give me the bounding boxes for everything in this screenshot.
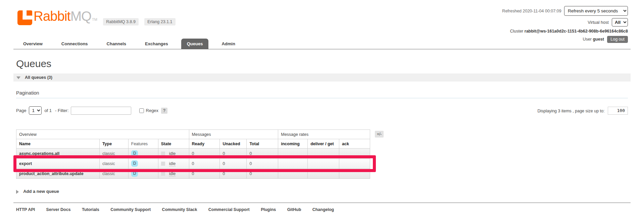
page-label: Page — [16, 108, 26, 113]
footer-link-community-support[interactable]: Community Support — [110, 207, 151, 212]
cluster-label: Cluster — [510, 29, 524, 34]
col-header-type[interactable]: Type — [99, 139, 128, 149]
group-header-overview: Overview — [16, 130, 189, 139]
col-header-ready[interactable]: Ready — [189, 139, 220, 149]
pagination-heading: Pagination — [16, 90, 628, 98]
queue-ready-count: 0 — [189, 159, 220, 169]
footer-link-plugins[interactable]: Plugins — [261, 207, 276, 212]
footer-link-community-slack[interactable]: Community Slack — [162, 207, 197, 212]
durable-badge: D — [131, 150, 138, 157]
tab-queues[interactable]: Queues — [181, 39, 209, 49]
queue-rate-incoming — [278, 149, 308, 159]
footer-link-changelog[interactable]: Changelog — [312, 207, 334, 212]
filter-input[interactable] — [71, 107, 131, 115]
queues-table: Overview Messages Message rates Name Typ… — [16, 129, 370, 179]
queue-state: idle — [158, 169, 189, 179]
state-indicator-icon — [161, 152, 165, 156]
state-indicator-icon — [161, 162, 165, 166]
col-header-incoming[interactable]: incoming — [278, 139, 308, 149]
tab-overview[interactable]: Overview — [17, 39, 48, 49]
refresh-interval-select[interactable]: Refresh every 5 seconds — [564, 6, 628, 16]
queue-type: classic — [99, 169, 128, 179]
queue-ready-count: 0 — [189, 149, 220, 159]
queue-rate-deliver-get — [308, 149, 339, 159]
table-row-async-operations-all[interactable]: async.operations.all classic D idle 0 0 … — [16, 149, 370, 159]
queue-state: idle — [158, 149, 189, 159]
queue-ready-count: 0 — [189, 169, 220, 179]
page-size-input[interactable] — [608, 107, 628, 115]
queue-rate-ack — [339, 169, 370, 179]
durable-badge: D — [131, 170, 138, 177]
page-number-select[interactable]: 1 — [29, 106, 42, 115]
col-header-total[interactable]: Total — [247, 139, 278, 149]
footer-link-http-api[interactable]: HTTP API — [16, 207, 35, 212]
chevron-down-icon — [16, 76, 20, 79]
rabbitmq-version-badge: RabbitMQ 3.8.9 — [103, 18, 139, 25]
queue-features: D — [128, 159, 158, 169]
queue-unacked-count: 0 — [220, 149, 247, 159]
col-header-deliver-get[interactable]: deliver / get — [308, 139, 339, 149]
queue-features: D — [128, 149, 158, 159]
all-queues-section-label: All queues (3) — [25, 75, 52, 80]
col-header-state[interactable]: State — [158, 139, 189, 149]
regex-checkbox[interactable] — [139, 108, 144, 113]
queue-name-link[interactable]: export — [16, 159, 100, 169]
queue-rate-deliver-get — [308, 169, 339, 179]
footer-link-tutorials[interactable]: Tutorials — [82, 207, 99, 212]
group-header-message-rates: Message rates — [278, 130, 370, 139]
page-title: Queues — [16, 58, 628, 69]
displaying-items-label: Displaying 3 items , page size up to: — [537, 108, 604, 113]
queue-unacked-count: 0 — [220, 169, 247, 179]
erlang-version-badge: Erlang 23.1.1 — [144, 18, 175, 25]
table-row-export[interactable]: export classic D idle 0 0 0 — [16, 159, 370, 169]
queue-rate-ack — [339, 159, 370, 169]
filter-label: - Filter: — [55, 108, 68, 113]
virtual-host-label: Virtual host — [588, 20, 608, 25]
brand-wordmark: RabbitMQTM — [34, 9, 97, 26]
virtual-host-select[interactable]: All — [612, 18, 628, 26]
top-bar: RabbitMQTM RabbitMQ 3.8.9 Erlang 23.1.1 … — [0, 0, 644, 38]
refreshed-timestamp: Refreshed 2020-11-04 00:07:09 — [502, 9, 561, 13]
queue-rate-incoming — [278, 169, 308, 179]
user-label: User — [583, 37, 592, 42]
add-queue-toggle[interactable]: Add a new queue — [16, 189, 628, 194]
tab-admin[interactable]: Admin — [216, 39, 241, 49]
cluster-name: rabbit@ws-161a0d2c-1151-4b62-908b-6e9616… — [525, 29, 628, 34]
table-row-product-action-attribute-update[interactable]: product_action_attribute.update classic … — [16, 169, 370, 179]
add-queue-label: Add a new queue — [23, 189, 59, 194]
footer-link-commercial-support[interactable]: Commercial Support — [208, 207, 250, 212]
footer: HTTP API Server Docs Tutorials Community… — [13, 203, 631, 212]
chevron-right-icon — [16, 190, 19, 194]
queue-type: classic — [99, 149, 128, 159]
rabbitmq-logo-icon — [17, 10, 32, 26]
queues-table-container: Overview Messages Message rates Name Typ… — [16, 129, 370, 179]
queue-name-link[interactable]: product_action_attribute.update — [16, 169, 100, 179]
queue-type: classic — [99, 159, 128, 169]
queue-rate-ack — [339, 149, 370, 159]
durable-badge: D — [131, 160, 138, 167]
queue-rate-deliver-get — [308, 159, 339, 169]
col-header-ack[interactable]: ack — [339, 139, 370, 149]
user-name: guest — [593, 37, 604, 42]
queue-unacked-count: 0 — [220, 159, 247, 169]
state-indicator-icon — [161, 172, 165, 176]
queue-total-count: 0 — [247, 159, 278, 169]
tab-channels[interactable]: Channels — [101, 39, 132, 49]
queue-name-link[interactable]: async.operations.all — [16, 149, 100, 159]
footer-link-github[interactable]: GitHub — [287, 207, 301, 212]
group-header-messages: Messages — [189, 130, 278, 139]
queue-state: idle — [158, 159, 189, 169]
tab-exchanges[interactable]: Exchanges — [139, 39, 174, 49]
col-header-features: Features — [128, 139, 158, 149]
queue-total-count: 0 — [247, 149, 278, 159]
col-header-name[interactable]: Name — [16, 139, 100, 149]
footer-link-server-docs[interactable]: Server Docs — [46, 207, 71, 212]
regex-label: Regex — [146, 108, 159, 113]
tab-connections[interactable]: Connections — [56, 39, 94, 49]
column-toggle-button[interactable]: +/- — [375, 131, 384, 138]
logout-button[interactable]: Log out — [607, 36, 628, 43]
col-header-unacked[interactable]: Unacked — [220, 139, 247, 149]
regex-help-icon[interactable]: ? — [161, 108, 167, 114]
queue-rate-incoming — [278, 159, 308, 169]
all-queues-section-toggle[interactable]: All queues (3) — [13, 73, 631, 82]
